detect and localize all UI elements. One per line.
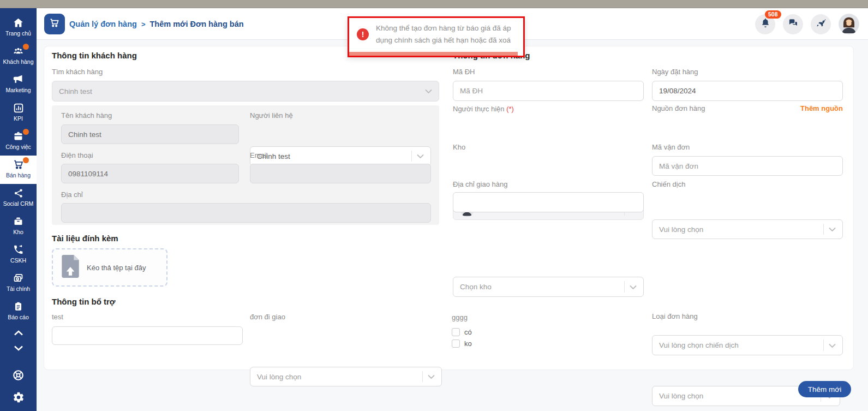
sidebar-item-marketing[interactable]: Marketing xyxy=(0,70,37,99)
order-tracking-input[interactable] xyxy=(652,156,843,176)
phone-support-icon xyxy=(0,243,37,256)
sidebar-item-label: Tài chính xyxy=(0,285,37,292)
customer-contact-label: Người liên hệ xyxy=(250,111,293,120)
sidebar-item-trang-chu[interactable]: Trang chủ xyxy=(0,14,37,42)
chat-button[interactable] xyxy=(783,14,803,34)
sidebar-item-label: Social CRM xyxy=(0,200,37,207)
add-source-link[interactable]: Thêm nguồn xyxy=(800,104,843,112)
warehouse-box-icon xyxy=(0,215,37,228)
chevron-up-icon xyxy=(14,329,23,338)
breadcrumb-parent-link[interactable]: Quản lý đơn hàng xyxy=(69,20,137,28)
extra-test-input[interactable] xyxy=(52,326,243,345)
rocket-button[interactable] xyxy=(811,14,831,34)
sidebar-item-label: Công việc xyxy=(0,144,37,150)
notifications-button[interactable]: 508 xyxy=(755,14,775,34)
extra-delivery-value: Vui lòng chọn xyxy=(257,373,301,381)
sidebar-item-kpi[interactable]: KPI xyxy=(0,99,37,127)
order-shipping-address-input[interactable] xyxy=(453,192,644,212)
section-title-extra: Thông tin bổ trợ xyxy=(52,297,115,306)
checkbox-box[interactable] xyxy=(452,328,460,336)
megaphone-icon xyxy=(0,73,37,86)
customer-name-input xyxy=(61,124,239,144)
error-toast[interactable]: ! Không thể tạo đơn hàng từ báo giá đã á… xyxy=(348,16,525,57)
sidebar-item-label: Trang chủ xyxy=(0,30,37,37)
order-warehouse-select[interactable]: Chọn kho xyxy=(453,277,644,297)
chevron-down-icon xyxy=(425,87,432,96)
sidebar-item-cong-viec[interactable]: Công việc xyxy=(0,127,37,156)
section-title-customer: Thông tin khách hàng xyxy=(52,51,137,60)
settings-gear-icon[interactable] xyxy=(13,391,25,406)
cart-icon xyxy=(0,158,37,171)
briefcase-icon xyxy=(0,130,37,142)
checkbox-ko[interactable]: ko xyxy=(452,339,472,348)
order-source-label: Nguồn đơn hàng xyxy=(652,104,705,112)
extra-order-type-value: Vui lòng chọn xyxy=(659,392,703,400)
sidebar-scroll-up[interactable] xyxy=(0,326,37,341)
chevron-down-icon xyxy=(829,225,836,234)
sidebar-item-label: Báo cáo xyxy=(0,314,37,320)
sidebar-footer xyxy=(0,369,37,411)
customer-email-label: Email xyxy=(250,151,268,159)
customer-phone-input xyxy=(61,164,239,183)
user-avatar[interactable] xyxy=(839,14,859,34)
customer-search-select: Chinh test xyxy=(52,81,439,102)
order-tracking-label: Mã vận đơn xyxy=(652,143,690,151)
extra-order-type-label: Loại đơn hàng xyxy=(652,312,698,320)
notification-dot xyxy=(23,129,29,135)
sidebar-item-label: Marketing xyxy=(0,87,37,93)
chevron-down-icon xyxy=(428,373,435,381)
users-icon xyxy=(0,45,37,57)
submit-button[interactable]: Thêm mới xyxy=(798,381,851,397)
checkbox-box[interactable] xyxy=(452,339,460,348)
sidebar-item-khach-hang[interactable]: Khách hàng xyxy=(0,42,37,70)
chevron-down-icon xyxy=(417,152,424,160)
section-title-attachments: Tài liệu đính kèm xyxy=(52,234,118,243)
sidebar-item-tai-chinh[interactable]: Tài chính xyxy=(0,269,37,297)
help-lifebuoy-icon[interactable] xyxy=(12,369,25,384)
extra-delivery-label: đơn đi giao xyxy=(250,313,285,321)
sidebar-item-social-crm[interactable]: Social CRM xyxy=(0,184,37,212)
order-source-select[interactable]: Vui lòng chọn xyxy=(652,219,843,239)
chevron-down-icon xyxy=(14,344,23,354)
order-campaign-select[interactable]: Vui lòng chọn chiến dịch xyxy=(652,335,843,355)
customer-contact-select[interactable]: Chinh test xyxy=(250,146,431,166)
customer-phone-label: Điện thoại xyxy=(61,151,93,159)
sidebar-item-cskh[interactable]: CSKH xyxy=(0,241,37,269)
upload-file-icon xyxy=(61,254,80,281)
sidebar-item-label: CSKH xyxy=(0,257,37,264)
order-campaign-value: Vui lòng chọn chiến dịch xyxy=(659,341,739,349)
sidebar-item-label: Khách hàng xyxy=(0,58,37,65)
customer-address-input xyxy=(61,203,431,223)
sidebar-item-bao-cao[interactable]: Báo cáo xyxy=(0,297,37,326)
share-icon xyxy=(0,187,37,199)
checkbox-co[interactable]: có xyxy=(452,328,472,336)
sidebar-scroll-down[interactable] xyxy=(0,341,37,356)
sidebar-item-label: Bán hàng xyxy=(0,172,37,178)
order-code-label: Mã ĐH xyxy=(453,68,475,76)
order-code-input[interactable] xyxy=(453,81,644,101)
breadcrumb-current: Thêm mới Đơn hàng bán xyxy=(150,20,244,28)
sidebar: Trang chủ Khách hàng Marketing KPI Công … xyxy=(0,8,37,411)
finance-icon xyxy=(0,272,37,284)
module-cart-button[interactable] xyxy=(44,14,65,34)
notification-dot xyxy=(23,44,29,50)
extra-test-label: test xyxy=(52,313,63,321)
notification-dot xyxy=(23,157,29,163)
customer-search-label: Tìm khách hàng xyxy=(52,68,103,76)
order-campaign-label: Chiến dịch xyxy=(652,180,685,188)
home-icon xyxy=(0,16,37,29)
report-clipboard-icon xyxy=(0,300,37,313)
file-dropzone[interactable]: Kéo thả tệp tại đây xyxy=(52,248,167,287)
customer-address-label: Địa chỉ xyxy=(61,190,83,199)
notification-count-badge: 508 xyxy=(765,10,781,19)
sidebar-item-kho[interactable]: Kho xyxy=(0,212,37,241)
customer-search-value: Chinh test xyxy=(59,87,92,96)
cart-icon xyxy=(49,17,60,31)
order-date-input[interactable] xyxy=(652,81,843,101)
breadcrumb: Quản lý đơn hàng > Thêm mới Đơn hàng bán xyxy=(69,8,244,40)
sidebar-item-label: Kho xyxy=(0,229,37,235)
sidebar-item-ban-hang-active[interactable]: Bán hàng xyxy=(0,156,37,184)
extra-delivery-select[interactable]: Vui lòng chọn xyxy=(250,367,442,386)
order-warehouse-label: Kho xyxy=(453,143,465,151)
rocket-icon xyxy=(815,17,827,31)
